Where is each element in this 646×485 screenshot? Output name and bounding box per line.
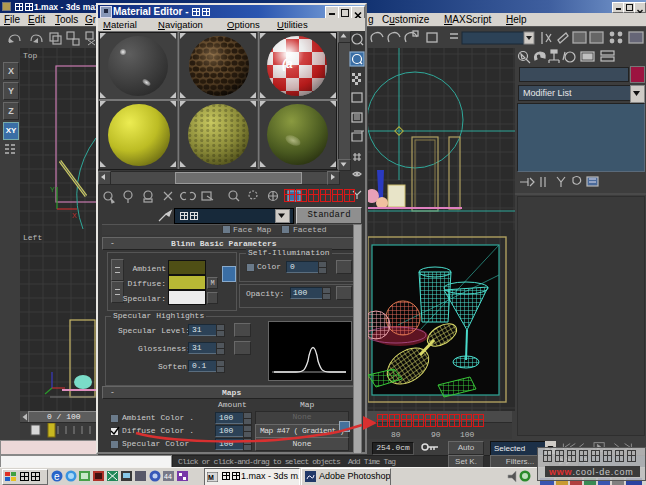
- svg-text:Left: Left: [23, 233, 42, 242]
- svg-text:Top: Top: [23, 51, 38, 60]
- svg-text:X: X: [72, 212, 77, 219]
- svg-text:44: 44: [164, 473, 172, 480]
- svg-text:Y: Y: [50, 186, 55, 193]
- svg-text:M: M: [208, 474, 214, 481]
- svg-text:e: e: [54, 471, 60, 482]
